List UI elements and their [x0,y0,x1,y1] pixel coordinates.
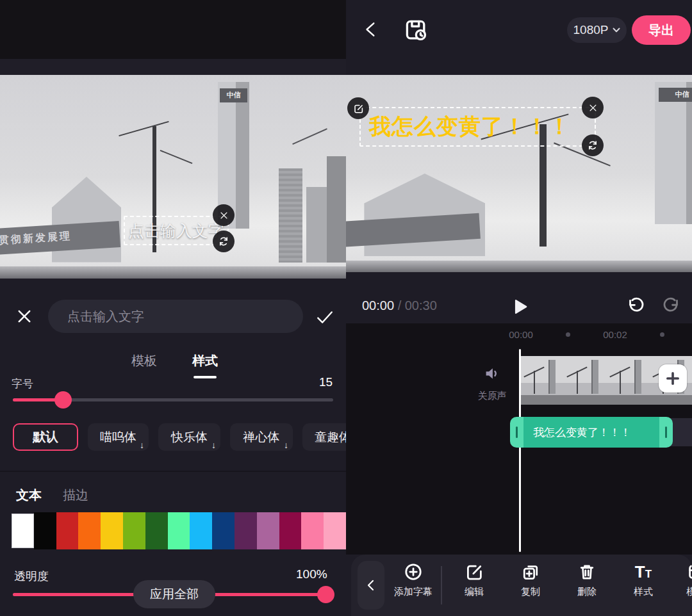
redo-icon [663,297,682,316]
font-size-value: 15 [319,375,333,389]
color-swatch[interactable] [78,512,101,549]
color-swatch[interactable] [34,512,56,549]
confirm-button[interactable] [315,308,334,326]
toolbar-duplicate[interactable]: 复制 [506,562,555,598]
close-editor-button[interactable] [15,307,33,325]
overlay-delete-button[interactable] [582,97,604,118]
overlay-rotate-button[interactable] [213,231,235,252]
tower-sign: 中信 [659,88,692,102]
duplicate-icon [521,562,540,581]
color-swatch[interactable] [212,512,235,549]
trim-handle-right[interactable] [665,426,667,438]
ruler-tick-label: 00:00 [502,329,540,340]
resolution-dropdown[interactable]: 1080P [567,17,627,43]
font-option[interactable]: 禅心体 ↓ [230,423,293,451]
text-overlay-content: 我怎么变黄了！！！ [369,112,571,142]
left-top-black-bar [0,0,346,59]
color-swatch[interactable] [279,512,302,549]
play-icon [511,297,529,316]
tab-style[interactable]: 样式 [192,352,218,369]
color-swatch[interactable] [145,512,168,549]
undo-icon [625,297,645,316]
tab-stroke-color[interactable]: 描边 [63,487,88,504]
video-preview: 中信 贯彻新发展理 点击输入文字 [0,75,346,279]
overlay-edit-button[interactable] [347,97,369,119]
color-swatch[interactable] [168,512,190,549]
subtitle-track[interactable]: 我怎么变黄了！！！ [510,417,673,448]
foreground-strip [346,261,692,272]
mute-original-button[interactable] [482,364,502,383]
save-draft-icon [404,18,427,41]
left-screen: 中信 贯彻新发展理 点击输入文字 [0,0,346,616]
building-tower [655,82,692,224]
font-option[interactable]: 童趣体 ↓ [302,423,346,451]
toolbar-divider [441,566,442,604]
video-preview: 中信 贯彻新发展理 我怎么变黄了！！！ [346,75,692,272]
building [279,168,303,262]
color-swatch[interactable] [324,512,346,549]
rotate-icon [218,236,229,247]
close-icon [588,103,598,113]
font-option[interactable]: 快乐体 ↓ [158,423,220,451]
template-icon [686,562,692,581]
color-swatch[interactable] [257,512,279,549]
overlay-rotate-button[interactable] [582,134,604,156]
toolbar-delete[interactable]: 删除 [563,562,611,598]
tab-text-color[interactable]: 文本 [16,487,42,504]
back-button[interactable] [363,20,379,38]
font-size-slider-thumb[interactable] [54,391,72,409]
redo-button[interactable] [663,297,682,316]
download-icon: ↓ [211,440,216,450]
font-list: 默认 喵呜体 ↓ 快乐体 ↓ 禅心体 ↓ 童趣体 ↓ [13,423,346,451]
color-swatch[interactable] [123,512,145,549]
time-display: 00:00 / 00:30 [362,298,437,313]
chevron-left-icon [365,578,377,592]
color-swatch[interactable] [101,512,123,549]
building [306,187,327,263]
color-swatch[interactable] [56,512,79,549]
font-option-default[interactable]: 默认 [13,423,78,451]
check-icon [315,308,334,326]
ruler-dot [566,332,570,337]
mute-original-label: 关原声 [466,390,518,402]
left-top-strip [0,59,346,75]
toolbar-template[interactable]: 模板 [671,562,692,598]
foreground-strip [0,266,346,279]
font-size-label: 字号 [12,377,33,391]
edit-icon [353,103,364,114]
tower-sign: 中信 [220,88,247,102]
plus-icon [664,370,681,387]
text-input[interactable]: 点击输入文字 [48,300,303,333]
toolbar-edit[interactable]: 编辑 [450,562,498,598]
apply-all-button[interactable]: 应用全部 [133,580,215,608]
video-editor-app: 中信 贯彻新发展理 点击输入文字 [0,0,692,616]
bottom-toolbar: 添加字幕 编辑 复制 [351,555,692,616]
color-swatch[interactable] [301,512,324,549]
time-total: / 00:30 [398,298,437,312]
font-option[interactable]: 喵呜体 ↓ [88,423,149,451]
trash-icon [577,562,597,581]
save-draft-button[interactable] [404,18,427,41]
playhead[interactable] [519,349,522,552]
opacity-slider-thumb[interactable] [317,586,334,603]
opacity-label: 透明度 [14,569,49,584]
export-button[interactable]: 导出 [632,15,691,45]
color-palette [12,512,346,549]
undo-button[interactable] [625,297,645,316]
crane [160,150,193,164]
toolbar-add-subtitle[interactable]: 添加字幕 [389,562,438,598]
color-swatch[interactable] [190,512,212,549]
text-overlay-box[interactable]: 我怎么变黄了！！！ [359,107,596,147]
play-button[interactable] [511,297,529,316]
toolbar-style[interactable]: TT 样式 [619,562,668,598]
time-current: 00:00 [362,298,394,312]
color-swatch[interactable] [12,514,34,548]
text-overlay-placeholder: 点击输入文字 [128,220,224,241]
overlay-delete-button[interactable] [213,204,235,226]
download-icon: ↓ [284,440,288,450]
trim-handle-left[interactable] [516,426,518,438]
color-swatch[interactable] [235,512,257,549]
toolbar-back-button[interactable] [358,561,384,610]
add-clip-button[interactable] [659,364,687,393]
tab-template[interactable]: 模板 [131,352,157,369]
